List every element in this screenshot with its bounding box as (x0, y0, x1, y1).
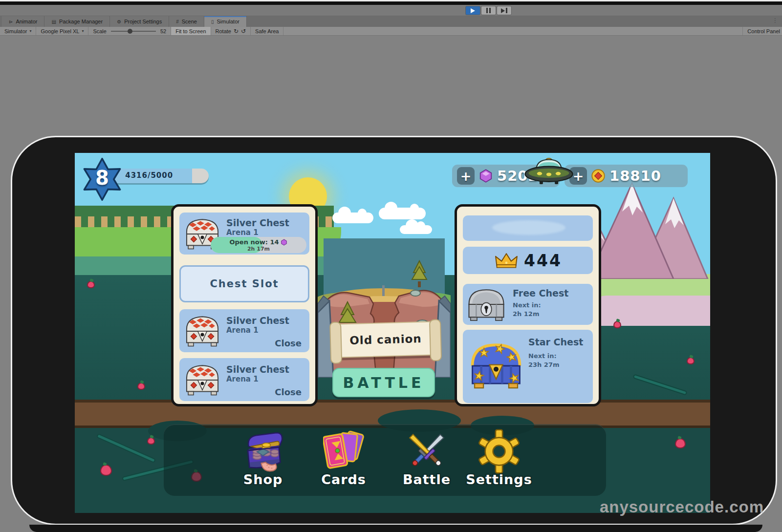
nav-settings[interactable]: Settings (467, 429, 531, 492)
crossed-swords-icon (402, 429, 451, 474)
tab-label: Project Settings (124, 19, 162, 24)
nav-label: Cards (321, 472, 366, 487)
tab-project-settings[interactable]: ⚙ Project Settings (110, 16, 169, 27)
chest-close-label[interactable]: Close (275, 338, 302, 348)
open-now-button[interactable]: Open now: 14 2h 17m (211, 237, 306, 253)
crown-icon (494, 251, 519, 270)
chest-title: Silver Chest (226, 217, 289, 228)
chest-arena: Arena 1 (226, 326, 259, 335)
fit-to-screen-button[interactable]: Fit to Screen (171, 27, 211, 35)
coin-icon (591, 169, 606, 183)
nav-cards[interactable]: Cards (312, 429, 375, 492)
silver-chest-icon (181, 362, 223, 398)
nav-label: Shop (243, 472, 283, 487)
player-name-card (463, 215, 593, 241)
progress-panel: 444 Free (455, 204, 601, 406)
free-chest-card[interactable]: Free Chest Next in: 2h 12m (463, 284, 593, 325)
free-chest-icon (464, 286, 509, 323)
editor-tab-bar: ⊳ Animator ▤ Package Manager ⚙ Project S… (0, 16, 782, 27)
berry (100, 465, 112, 476)
open-now-label: Open now: 14 (230, 238, 279, 246)
chest-close-label[interactable]: Close (275, 387, 302, 397)
unity-editor-window: ⊳ Animator ▤ Package Manager ⚙ Project S… (0, 0, 782, 532)
gear-icon (477, 429, 521, 474)
empty-chest-slot[interactable]: Chest Slot (179, 265, 309, 302)
simulator-toolbar: Simulator ▾ Google Pixel XL ▾ Scale 52 F… (0, 27, 782, 36)
crown-count: 444 (524, 251, 562, 270)
scale-label: Scale (93, 28, 107, 34)
tab-package-manager[interactable]: ▤ Package Manager (44, 16, 110, 27)
chest-title: Star Chest (528, 337, 583, 347)
tab-label: Scene (182, 19, 197, 24)
berry (613, 321, 621, 328)
chest-arena: Arena 1 (226, 375, 259, 383)
bottom-nav-bar: Shop Cards (164, 424, 606, 496)
safe-area-button[interactable]: Safe Area (251, 27, 283, 35)
nav-label: Settings (466, 472, 532, 487)
step-button[interactable] (497, 6, 512, 15)
rotate-cw-icon[interactable]: ↻ (234, 28, 239, 35)
chevron-down-icon: ▾ (29, 29, 31, 33)
tab-scene[interactable]: # Scene (169, 16, 204, 27)
device-frame: 4316/5000 8 + 5202 + (11, 136, 777, 525)
watermark: anysourcecode.com (600, 498, 764, 516)
chest-title: Free Chest (513, 288, 568, 298)
nav-battle[interactable]: Battle (395, 429, 458, 492)
control-panel-button[interactable]: Control Panel (742, 27, 782, 35)
step-icon (501, 8, 505, 13)
cloud (332, 213, 373, 223)
chest-arena: Arena 1 (226, 228, 259, 237)
scale-slider-knob[interactable] (128, 29, 132, 34)
cloud (379, 208, 426, 219)
tab-animator[interactable]: ⊳ Animator (2, 16, 44, 27)
nav-shop[interactable]: Shop (231, 429, 295, 492)
game-screen: 4316/5000 8 + 5202 + (75, 153, 710, 513)
pause-button[interactable] (481, 6, 496, 15)
scale-slider[interactable] (111, 28, 156, 35)
tab-label: Package Manager (59, 19, 103, 24)
scene-icon: # (176, 19, 179, 24)
chest-card-locked[interactable]: Silver Chest Arena 1 Close (179, 309, 309, 352)
berry (147, 437, 155, 445)
battle-button[interactable]: BATTLE (332, 368, 435, 397)
project-settings-icon: ⚙ (117, 19, 121, 24)
star-chest-card[interactable]: Star Chest Next in: 23h 27m (463, 330, 593, 403)
simulator-dropdown[interactable]: Simulator ▾ (0, 27, 36, 35)
arena-name: Old canion (349, 332, 422, 347)
frame-shadow (29, 525, 762, 532)
berry (87, 281, 95, 288)
rotate-ccw-icon[interactable]: ↺ (241, 28, 246, 35)
arena-banner: Old canion (334, 321, 437, 358)
chest-card-locked[interactable]: Silver Chest Arena 1 Close (179, 358, 309, 401)
tab-label: Animator (16, 19, 37, 24)
animator-icon: ⊳ (9, 19, 13, 24)
right-meadow-pink (587, 296, 710, 326)
play-icon (471, 8, 475, 13)
level-badge[interactable]: 8 (81, 158, 124, 201)
rotate-group: Rotate ↻ ↺ (211, 27, 251, 35)
crown-count-card: 444 (463, 247, 593, 274)
play-button[interactable] (465, 6, 480, 15)
simulator-icon: ▯ (211, 19, 214, 24)
scale-value: 52 (160, 28, 166, 34)
shop-chest-icon (239, 429, 287, 474)
tab-simulator[interactable]: ▯ Simulator (204, 16, 247, 27)
package-manager-icon: ▤ (51, 19, 56, 24)
chest-title: Silver Chest (226, 364, 289, 375)
chest-slots-panel: Silver Chest Arena 1 Open now: 14 2h 17m (171, 204, 318, 406)
coin-count: 18810 (609, 168, 661, 184)
overflow-menu-icon[interactable]: ⋮ (772, 16, 782, 27)
chest-timer: 23h 27m (528, 361, 560, 368)
open-timer: 2h 17m (211, 246, 306, 252)
scale-group: Scale 52 (88, 27, 171, 35)
tab-label: Simulator (217, 19, 239, 24)
chevron-down-icon: ▾ (82, 29, 84, 33)
level-value: 8 (81, 167, 124, 189)
window-title-strip (0, 1, 782, 5)
device-dropdown[interactable]: Google Pixel XL ▾ (36, 27, 88, 35)
cards-icon (323, 429, 364, 474)
berry (687, 357, 695, 364)
next-in-label: Next in: (528, 352, 557, 360)
chest-card-ready[interactable]: Silver Chest Arena 1 Open now: 14 2h 17m (179, 213, 309, 255)
add-gems-button[interactable]: + (457, 167, 475, 185)
